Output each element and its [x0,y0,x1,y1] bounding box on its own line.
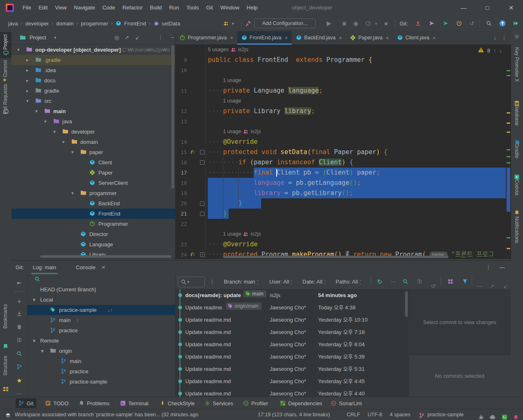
commit-list-scrollbar[interactable] [405,291,408,317]
collaboration-users-icon[interactable] [223,16,229,31]
editor-code-line[interactable]: 18············language = pb.getLanguage(… [175,178,511,188]
menu-item-edit[interactable]: Edit [35,0,51,16]
commit-row[interactable]: Update readme.mdJaeseong Cho*Yesterday 오… [175,363,409,375]
sidebar-item-database[interactable]: Database [514,104,520,125]
expand-all-icon[interactable]: ↗ [125,31,129,44]
git-history-icon[interactable] [456,16,462,31]
chevron-down-icon[interactable]: ▾ [62,137,65,147]
sidebar-item-bookmarks[interactable]: Bookmarks [2,304,8,329]
compare-branches-icon[interactable] [16,337,22,343]
git-update-project-icon[interactable] [415,16,421,31]
branch-item-HEADCurrentBranch[interactable]: HEAD (Current Branch) [27,284,175,295]
breadcrumb-item-setData[interactable]: setData [162,20,180,27]
git-incoming-icon[interactable] [443,16,449,31]
menu-item-build[interactable]: Build [146,0,166,16]
favorite-branch-icon[interactable]: ★ [16,377,22,384]
editor-code-line[interactable]: 14····@Override [175,137,511,147]
toolwindow-services[interactable]: Services [202,398,236,408]
usages-inlay-hint[interactable]: 1 usageis2js [223,127,261,137]
usages-inlay-hint[interactable]: 5 usagesis2js [208,45,248,55]
git-rollback-icon[interactable]: ↺ [469,16,474,31]
add-configuration-button[interactable]: Add Configuration... [254,18,316,28]
editor-code-line[interactable]: 15f↑····protected void setData(final Pap… [175,147,511,157]
close-button[interactable]: ✕ [499,0,523,16]
sidebar-item-codota[interactable]: Codota [514,179,520,195]
editor-code-line[interactable]: 12····private Library library; [175,106,511,116]
chevron-right-icon[interactable]: ▸ [26,65,29,75]
ide-update-icon[interactable] [499,16,506,31]
breadcrumb-item-java[interactable]: java [8,20,18,27]
toolwindow-sonarlint[interactable]: SonarLint [328,398,365,408]
chevron-down-icon[interactable]: ▾ [17,45,20,55]
branch-item-practice-sample[interactable]: practice-sample [27,377,175,387]
panel-options-icon[interactable]: ⋮ [486,261,491,274]
project-tree-vertical-scrollbar[interactable] [171,45,174,188]
tree-item-developer[interactable]: ▾developer [11,127,175,137]
breadcrumb-item-FrontEnd[interactable]: FrontEnd [124,20,146,27]
alarm-icon[interactable] [513,414,518,420]
chevron-down-icon[interactable]: ▾ [33,336,36,346]
tree-item-main[interactable]: ▾main [11,106,175,116]
search-everywhere-icon[interactable] [486,16,492,31]
filter-user[interactable]: User: All⌃⌄ [269,274,293,289]
branch-item-Remote[interactable]: ▾Remote [27,336,175,346]
sidebar-item-notifications[interactable]: Notifications [514,216,520,243]
editor-code-line[interactable]: 22 [175,219,511,229]
editor-inlay-row[interactable]: 1 usage [175,75,511,86]
filter-changes-icon[interactable] [462,279,468,284]
scroll-tabs-icon[interactable]: ↓ [493,34,496,41]
chevron-down-icon[interactable]: ▾ [53,127,56,137]
stop-icon[interactable]: ■ [384,16,388,31]
new-branch-icon[interactable] [16,364,22,370]
profiler-gauge-icon[interactable] [365,16,371,31]
fold-region-start-icon[interactable] [200,150,205,154]
tree-item-gradle[interactable]: ▸gradle [11,86,175,96]
editor-inlay-row[interactable]: 1 usage [175,96,511,106]
editor-inlay-row[interactable]: 1 usageis2js [175,229,511,239]
close-tab-icon[interactable]: × [285,35,288,41]
toolwindow-dependencies[interactable]: Dependencies [277,398,325,408]
breadcrumb-item-developer[interactable]: developer [25,20,49,27]
branch-item-Local[interactable]: ▾Local [27,295,175,305]
git-push-icon[interactable] [429,16,435,31]
tree-item-oop-developerobjectdeveloper[interactable]: ▾oop-developer [object_developer] C:₩Use… [11,45,175,55]
tree-item-docs[interactable]: ▸docs [11,75,175,86]
editor-code-line[interactable]: 20········} [175,198,511,209]
console-close-icon[interactable]: ✕ [101,261,106,274]
menu-item-code[interactable]: Code [99,0,119,16]
tree-item-Language[interactable]: Language [11,239,175,250]
project-panel-title[interactable]: Project [30,31,46,44]
close-tab-icon[interactable]: × [432,35,436,41]
chevron-right-icon[interactable]: ▸ [26,55,29,65]
collaboration-dropdown-icon[interactable]: ▾ [232,16,234,31]
toolwindow-terminal[interactable]: Terminal [117,398,151,408]
chevron-down-icon[interactable]: ▾ [71,147,74,157]
commit-row[interactable]: Update readme.mdJaeseong Cho*Yesterday 오… [175,314,409,326]
branch-item-practice[interactable]: practice [27,366,175,377]
editor-body[interactable]: 8 ↑ ↓ 5 usagesis2js9public class FrontEn… [175,45,511,259]
collapse-left-icon[interactable]: ⇤ [17,280,22,286]
menu-item-git[interactable]: Git [202,0,217,16]
breadcrumb-item-domain[interactable]: domain [56,20,74,27]
menu-item-refactor[interactable]: Refactor [119,0,146,16]
editor-code-line[interactable]: 9public class FrontEnd extends Programme… [175,55,511,65]
menu-item-tools[interactable]: Tools [183,0,202,16]
code-with-me-icon[interactable] [513,16,519,31]
tree-item-Client[interactable]: Client [11,157,175,168]
tree-item-paper[interactable]: ▾paper [11,147,175,157]
fold-region-start-icon[interactable] [200,160,205,165]
commit-row[interactable]: Update readme.mdJaeseong Cho*Yesterday 오… [175,375,409,388]
tab-frontend-java[interactable]: FrontEnd.java× [237,31,292,44]
tree-item-.idea[interactable]: ▸.idea [11,65,175,75]
refresh-icon[interactable]: ↻ [377,274,382,289]
git-fetch-icon[interactable] [16,311,22,317]
toolwindow-checkstyle[interactable]: CheckStyle [157,398,198,408]
collapse-all-icon[interactable]: ↙ [135,31,140,44]
sidebar-item-commit[interactable]: Commit [2,60,8,77]
editor-code-line[interactable]: 21····} [175,209,511,219]
lock-unlocked-icon[interactable] [479,414,484,420]
prev-warning-icon[interactable]: ↑ [493,48,496,54]
usages-inlay-hint[interactable]: 1 usageis2js [223,229,261,239]
chevron-down-icon[interactable]: ▾ [35,106,38,116]
close-tab-icon[interactable]: × [386,35,389,41]
